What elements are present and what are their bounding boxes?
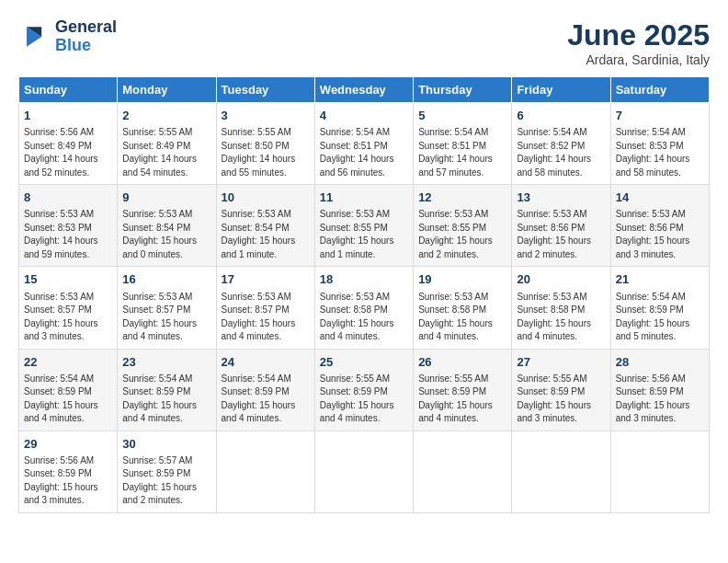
calendar-cell: 10Sunrise: 5:53 AMSunset: 8:54 PMDayligh… [216,185,314,267]
day-info: Sunrise: 5:54 AMSunset: 8:51 PMDaylight:… [320,126,408,179]
calendar-week-row: 29Sunrise: 5:56 AMSunset: 8:59 PMDayligh… [19,431,710,512]
day-number: 14 [616,190,704,206]
day-info: Sunrise: 5:53 AMSunset: 8:54 PMDaylight:… [222,208,310,261]
day-number: 29 [24,436,112,453]
day-header-wednesday: Wednesday [314,77,413,103]
calendar-cell: 17Sunrise: 5:53 AMSunset: 8:57 PMDayligh… [216,267,314,349]
day-info: Sunrise: 5:55 AMSunset: 8:59 PMDaylight:… [320,373,408,426]
day-info: Sunrise: 5:54 AMSunset: 8:59 PMDaylight:… [122,373,210,426]
day-number: 5 [418,108,506,124]
calendar-cell: 20Sunrise: 5:53 AMSunset: 8:58 PMDayligh… [512,267,610,349]
day-number: 27 [517,354,605,371]
calendar-cell [414,431,512,512]
logo-text: General Blue [55,18,117,55]
day-info: Sunrise: 5:53 AMSunset: 8:57 PMDaylight:… [24,291,112,344]
day-number: 23 [122,354,210,371]
day-info: Sunrise: 5:56 AMSunset: 8:49 PMDaylight:… [24,126,112,179]
day-number: 21 [616,271,704,288]
day-header-thursday: Thursday [414,77,512,103]
calendar-cell: 7Sunrise: 5:54 AMSunset: 8:53 PMDaylight… [610,103,709,185]
calendar-cell: 5Sunrise: 5:54 AMSunset: 8:51 PMDaylight… [414,103,512,185]
calendar-cell [216,431,314,512]
day-number: 28 [616,354,704,371]
day-info: Sunrise: 5:53 AMSunset: 8:53 PMDaylight:… [24,208,112,261]
day-info: Sunrise: 5:54 AMSunset: 8:59 PMDaylight:… [222,373,310,426]
title-block: June 2025 Ardara, Sardinia, Italy [567,18,710,67]
day-info: Sunrise: 5:53 AMSunset: 8:58 PMDaylight:… [320,291,408,344]
day-info: Sunrise: 5:55 AMSunset: 8:59 PMDaylight:… [517,373,605,426]
calendar-cell: 23Sunrise: 5:54 AMSunset: 8:59 PMDayligh… [118,349,216,431]
day-number: 8 [24,190,112,206]
calendar-cell: 2Sunrise: 5:55 AMSunset: 8:49 PMDaylight… [118,103,216,185]
day-number: 17 [222,271,310,288]
calendar-week-row: 22Sunrise: 5:54 AMSunset: 8:59 PMDayligh… [19,349,710,431]
day-number: 4 [320,108,408,124]
day-number: 3 [222,108,310,124]
calendar-cell: 13Sunrise: 5:53 AMSunset: 8:56 PMDayligh… [512,185,610,267]
day-number: 10 [222,190,310,206]
day-info: Sunrise: 5:53 AMSunset: 8:54 PMDaylight:… [122,208,210,261]
calendar-cell: 30Sunrise: 5:57 AMSunset: 8:59 PMDayligh… [118,431,216,512]
day-info: Sunrise: 5:53 AMSunset: 8:55 PMDaylight:… [320,208,408,261]
day-number: 7 [616,108,704,124]
calendar-cell: 16Sunrise: 5:53 AMSunset: 8:57 PMDayligh… [118,267,216,349]
calendar-cell: 21Sunrise: 5:54 AMSunset: 8:59 PMDayligh… [610,267,709,349]
day-info: Sunrise: 5:56 AMSunset: 8:59 PMDaylight:… [616,373,704,426]
day-header-tuesday: Tuesday [216,77,314,103]
day-info: Sunrise: 5:53 AMSunset: 8:55 PMDaylight:… [418,208,506,261]
day-number: 1 [24,108,112,124]
day-header-monday: Monday [118,77,216,103]
day-info: Sunrise: 5:54 AMSunset: 8:53 PMDaylight:… [616,126,704,179]
day-info: Sunrise: 5:53 AMSunset: 8:58 PMDaylight:… [517,291,605,344]
day-info: Sunrise: 5:57 AMSunset: 8:59 PMDaylight:… [122,454,210,508]
calendar-table: SundayMondayTuesdayWednesdayThursdayFrid… [18,76,710,513]
calendar-week-row: 15Sunrise: 5:53 AMSunset: 8:57 PMDayligh… [19,267,710,349]
calendar-cell: 9Sunrise: 5:53 AMSunset: 8:54 PMDaylight… [118,185,216,267]
calendar-body: 1Sunrise: 5:56 AMSunset: 8:49 PMDaylight… [19,103,710,513]
calendar-cell: 11Sunrise: 5:53 AMSunset: 8:55 PMDayligh… [314,185,413,267]
day-number: 30 [122,436,210,453]
day-number: 12 [418,190,506,206]
location: Ardara, Sardinia, Italy [567,52,710,67]
day-info: Sunrise: 5:56 AMSunset: 8:59 PMDaylight:… [24,454,112,508]
day-number: 13 [517,190,605,206]
day-number: 25 [320,354,408,371]
day-number: 16 [122,271,210,288]
day-number: 26 [418,354,506,371]
calendar-cell: 1Sunrise: 5:56 AMSunset: 8:49 PMDaylight… [19,103,118,185]
calendar-week-row: 1Sunrise: 5:56 AMSunset: 8:49 PMDaylight… [19,103,710,185]
day-number: 9 [122,190,210,206]
calendar-cell: 15Sunrise: 5:53 AMSunset: 8:57 PMDayligh… [19,267,118,349]
calendar-cell: 19Sunrise: 5:53 AMSunset: 8:58 PMDayligh… [414,267,512,349]
calendar-week-row: 8Sunrise: 5:53 AMSunset: 8:53 PMDaylight… [19,185,710,267]
calendar-cell: 22Sunrise: 5:54 AMSunset: 8:59 PMDayligh… [19,349,118,431]
day-info: Sunrise: 5:55 AMSunset: 8:49 PMDaylight:… [122,126,210,179]
day-info: Sunrise: 5:55 AMSunset: 8:50 PMDaylight:… [222,126,310,179]
day-number: 20 [517,271,605,288]
page-header: General Blue June 2025 Ardara, Sardinia,… [18,18,710,67]
day-info: Sunrise: 5:53 AMSunset: 8:56 PMDaylight:… [517,208,605,261]
calendar-cell: 3Sunrise: 5:55 AMSunset: 8:50 PMDaylight… [216,103,314,185]
calendar-header-row: SundayMondayTuesdayWednesdayThursdayFrid… [19,77,710,103]
day-header-sunday: Sunday [19,77,118,103]
day-info: Sunrise: 5:54 AMSunset: 8:59 PMDaylight:… [24,373,112,426]
calendar-cell [610,431,709,512]
day-info: Sunrise: 5:53 AMSunset: 8:57 PMDaylight:… [122,291,210,344]
calendar-cell: 25Sunrise: 5:55 AMSunset: 8:59 PMDayligh… [314,349,413,431]
day-number: 22 [24,354,112,371]
calendar-cell: 28Sunrise: 5:56 AMSunset: 8:59 PMDayligh… [610,349,709,431]
day-info: Sunrise: 5:55 AMSunset: 8:59 PMDaylight:… [418,373,506,426]
month-title: June 2025 [567,18,710,52]
calendar-cell: 26Sunrise: 5:55 AMSunset: 8:59 PMDayligh… [414,349,512,431]
day-number: 18 [320,271,408,288]
calendar-cell: 12Sunrise: 5:53 AMSunset: 8:55 PMDayligh… [414,185,512,267]
calendar-cell: 24Sunrise: 5:54 AMSunset: 8:59 PMDayligh… [216,349,314,431]
day-number: 19 [418,271,506,288]
calendar-cell: 18Sunrise: 5:53 AMSunset: 8:58 PMDayligh… [314,267,413,349]
calendar-cell: 14Sunrise: 5:53 AMSunset: 8:56 PMDayligh… [610,185,709,267]
day-number: 6 [517,108,605,124]
calendar-cell [512,431,610,512]
logo-icon [18,20,51,53]
day-info: Sunrise: 5:54 AMSunset: 8:59 PMDaylight:… [616,291,704,344]
calendar-cell [314,431,413,512]
